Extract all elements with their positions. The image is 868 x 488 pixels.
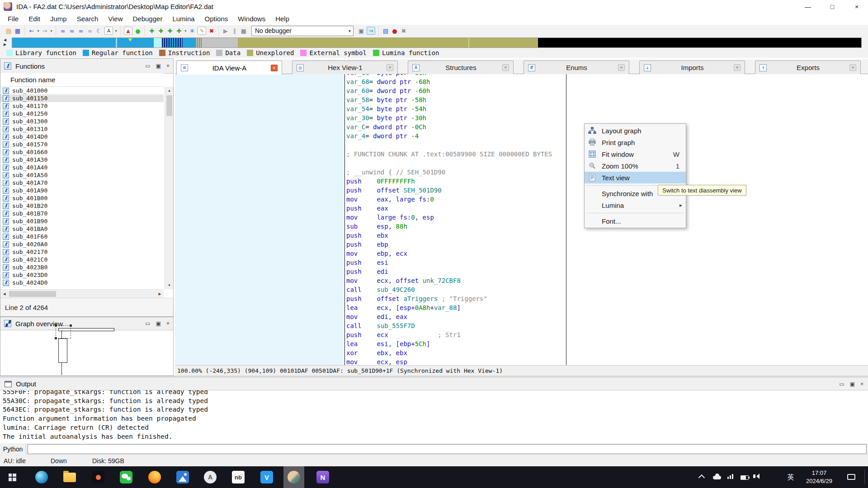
battery-icon[interactable]	[741, 474, 749, 480]
horizontal-scroll-thumb[interactable]	[9, 291, 56, 297]
forward-caret-icon[interactable]: ▾	[49, 29, 53, 33]
edit-function-icon[interactable]: ✎	[198, 27, 206, 35]
purple-n-icon[interactable]: N	[312, 466, 333, 488]
vscode-icon[interactable]: V	[256, 466, 277, 488]
open-file-icon[interactable]: ▤	[4, 26, 13, 35]
make-array-icon[interactable]: ✚	[175, 26, 184, 35]
function-row[interactable]: fsub_401A90	[0, 187, 164, 194]
tab-close-icon[interactable]: ×	[502, 64, 509, 71]
scroll-right-icon[interactable]: ▶	[156, 290, 164, 298]
maximize-button[interactable]: □	[821, 0, 844, 13]
photos-icon[interactable]	[172, 466, 193, 488]
save-icon[interactable]: ▦	[13, 26, 22, 35]
array-caret-icon[interactable]: ▾	[184, 29, 188, 33]
taskbar-clock[interactable]: 17:07 2024/6/29	[799, 469, 839, 485]
function-row[interactable]: fsub_401B20	[0, 202, 164, 210]
undefine-icon[interactable]: ✖	[207, 26, 216, 35]
function-row[interactable]: fsub_401570	[0, 141, 164, 148]
wechat-icon[interactable]	[116, 466, 137, 488]
menu-file[interactable]: File	[3, 13, 24, 25]
text-format-icon[interactable]: A	[104, 27, 113, 35]
functions-column-header[interactable]: Function name	[0, 73, 164, 87]
start-button[interactable]	[2, 466, 23, 488]
function-row[interactable]: fsub_4023D0	[0, 271, 164, 279]
close-button[interactable]: ×	[845, 0, 868, 13]
band-scroll-right-icon[interactable]: ▶	[2, 42, 8, 47]
menu-search[interactable]: Search	[72, 13, 104, 25]
function-row[interactable]: fsub_4023B0	[0, 263, 164, 271]
function-row[interactable]: fsub_401B70	[0, 210, 164, 217]
function-row[interactable]: fsub_401A70	[0, 179, 164, 187]
make-code-icon[interactable]: ✚	[147, 26, 156, 35]
scroll-left-icon[interactable]: ◀	[0, 290, 8, 298]
function-row[interactable]: fsub_401250	[0, 110, 164, 117]
back-caret-icon[interactable]: ▾	[36, 29, 40, 33]
context-menu-item-zoom-100-[interactable]: 10Zoom 100%1	[585, 160, 686, 172]
function-row[interactable]: fsub_4020A0	[0, 240, 164, 248]
attach-icon[interactable]: ▣	[357, 26, 366, 35]
tab-ida-view-a[interactable]: ≡IDA View-A×	[176, 61, 282, 75]
make-string-icon[interactable]: ✚	[165, 26, 175, 35]
menu-view[interactable]: View	[103, 13, 127, 25]
minimize-button[interactable]: —	[797, 0, 819, 13]
netbeans-icon[interactable]: nb	[228, 466, 249, 488]
add-breakpoint-icon[interactable]: ●	[390, 26, 399, 35]
menu-edit[interactable]: Edit	[24, 13, 45, 25]
volume-icon[interactable]	[753, 474, 760, 479]
forward-icon[interactable]: →	[40, 26, 49, 35]
close-icon[interactable]: ×	[860, 381, 863, 387]
function-row[interactable]: fsub_401B90	[0, 217, 164, 225]
menu-jump[interactable]: Jump	[45, 13, 72, 25]
navigation-band[interactable]	[12, 38, 862, 48]
functions-vertical-scrollbar[interactable]: ▲ ▼	[165, 87, 173, 289]
function-row[interactable]: fsub_401B00	[0, 194, 164, 202]
delete-breakpoint-icon[interactable]: ✖	[399, 26, 408, 35]
continue-icon[interactable]: →	[367, 27, 375, 35]
search-values-icon[interactable]: ∞	[76, 26, 85, 35]
function-row[interactable]: fsub_401150	[0, 94, 164, 102]
function-row[interactable]: fsub_401310	[0, 125, 164, 133]
input-language-indicator[interactable]: 英	[783, 466, 798, 488]
float-icon[interactable]: ▣	[156, 63, 161, 69]
float-icon[interactable]: ▣	[156, 320, 161, 327]
graph-view[interactable]: var_6C= byte ptr -6Chvar_68= dword ptr -…	[175, 74, 868, 365]
tab-enums[interactable]: #Enums×	[524, 61, 629, 74]
function-row[interactable]: fsub_401BA0	[0, 225, 164, 233]
search-text-icon[interactable]: ∞	[58, 26, 67, 35]
function-row[interactable]: fsub_402170	[0, 248, 164, 256]
tab-structures[interactable]: AStructures×	[408, 61, 514, 74]
start-process-icon[interactable]: ▶	[221, 26, 230, 35]
restore-icon[interactable]: ▭	[145, 320, 150, 327]
close-icon[interactable]: ×	[166, 63, 170, 69]
scroll-up-icon[interactable]: ▲	[165, 87, 173, 94]
scroll-down-icon[interactable]: ▼	[165, 282, 173, 289]
firefox-icon[interactable]	[144, 466, 165, 488]
pause-process-icon[interactable]: ‖	[230, 26, 239, 35]
output-titlebar[interactable]: Output ▭ ▣ ×	[0, 378, 868, 390]
function-row[interactable]: fsub_401F60	[0, 233, 164, 240]
function-row[interactable]: fsub_4024D0	[0, 279, 164, 286]
patch-icon[interactable]: ✳	[188, 26, 197, 35]
file-explorer-icon[interactable]	[59, 466, 80, 488]
tab-close-icon[interactable]: ×	[734, 64, 741, 71]
tray-expand-icon[interactable]	[699, 474, 704, 480]
function-row[interactable]: fsub_401660	[0, 148, 164, 156]
function-row[interactable]: fsub_401300	[0, 117, 164, 125]
stop-process-icon[interactable]: ■	[239, 26, 248, 35]
functions-panel-titlebar[interactable]: f Functions ▭ ▣ ×	[0, 59, 173, 74]
tab-close-icon[interactable]: ×	[387, 64, 393, 71]
context-menu-item-lumina[interactable]: Lumina▸	[585, 199, 686, 211]
dark-app-icon[interactable]	[88, 466, 108, 488]
autoanalysis-indicator-icon[interactable]: ●	[133, 26, 142, 35]
function-row[interactable]: fsub_401A30	[0, 156, 164, 164]
context-menu-item-text-view[interactable]: Text view	[585, 172, 686, 183]
menu-help[interactable]: Help	[270, 13, 294, 25]
float-icon[interactable]: ▣	[850, 381, 855, 387]
python-prompt-label[interactable]: Python	[0, 443, 26, 455]
function-row[interactable]: fsub_401A50	[0, 171, 164, 179]
tab-imports[interactable]: ↓Imports×	[639, 61, 745, 74]
function-row[interactable]: fsub_4021C0	[0, 256, 164, 263]
gray-app-icon[interactable]: A	[200, 466, 221, 488]
restore-icon[interactable]: ▭	[839, 381, 844, 387]
context-menu-item-fit-window[interactable]: Fit windowW	[585, 148, 686, 160]
